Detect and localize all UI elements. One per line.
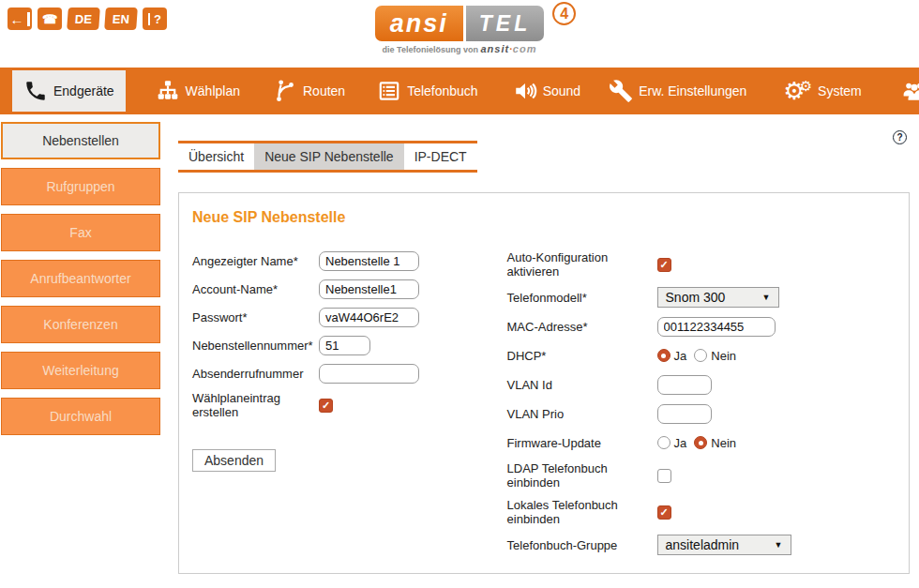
sidebar: Nebenstellen Rufgruppen Fax Anrufbeantwo… <box>1 122 160 444</box>
tab-bar: Übersicht Neue SIP Nebenstelle IP-DECT <box>178 141 477 173</box>
form-right-column: Auto-Konfiguration aktivieren ✓ Telefonm… <box>507 250 896 564</box>
telefonmodell-label: Telefonmodell* <box>507 291 657 305</box>
angezeigter-name-input[interactable] <box>319 251 419 271</box>
passwort-label: Passwort* <box>192 310 319 324</box>
lokales-telefonbuch-checkbox[interactable]: ✓ <box>657 505 671 520</box>
nav-item-system[interactable]: ⚙⚙ System <box>777 68 866 114</box>
autokonfig-label: Auto-Konfiguration aktivieren <box>507 250 657 279</box>
logo-ansi-block: ansi <box>375 6 463 41</box>
form-left-column: Angezeigter Name* Account-Name* Passwort… <box>192 250 507 564</box>
header: ← ☎ DE EN ? ansi TEL 4 die Telefonielösu… <box>0 0 919 68</box>
wrench-icon <box>609 79 633 103</box>
dhcp-radio-ja[interactable] <box>657 349 670 362</box>
page-help-icon[interactable]: ? <box>893 130 907 144</box>
wahlplaneintrag-label: Wählplaneintrag erstellen <box>192 391 319 419</box>
phone-icon <box>23 79 48 103</box>
telefonbuch-gruppe-label: Telefonbuch-Gruppe <box>507 538 657 552</box>
firmware-update-label: Firmware-Update <box>507 436 657 450</box>
nav-item-telefonbuch[interactable]: Telefonbuch <box>371 68 484 114</box>
vlan-id-input[interactable] <box>657 375 712 395</box>
ldap-telefonbuch-label: LDAP Telefonbuch einbinden <box>507 461 657 490</box>
sidebar-item-konferenzen[interactable]: Konferenzen <box>1 306 160 343</box>
dhcp-radio-nein[interactable] <box>694 349 707 362</box>
lokales-telefonbuch-label: Lokales Telefonbuch einbinden <box>507 498 657 526</box>
people-icon <box>902 79 919 103</box>
wahlplaneintrag-checkbox[interactable]: ✓ <box>319 399 333 413</box>
absenderrufnummer-input[interactable] <box>319 364 419 384</box>
tab-neue-sip-nebenstelle[interactable]: Neue SIP Nebenstelle <box>254 143 404 170</box>
logo: ansi TEL 4 die Telefonielösung von ansit… <box>0 6 919 54</box>
telefonmodell-select[interactable]: Snom 300 ▼ <box>657 287 779 308</box>
dhcp-nein-label: Nein <box>711 349 736 363</box>
phonebook-icon <box>377 79 401 103</box>
nav-item-callcenter[interactable]: Callcenter <box>896 68 919 114</box>
ldap-telefonbuch-checkbox[interactable]: ✓ <box>657 469 671 483</box>
firmware-ja-label: Ja <box>674 436 687 450</box>
absenden-button[interactable]: Absenden <box>192 449 276 472</box>
form-panel: Neue SIP Nebenstelle Angezeigter Name* A… <box>178 192 910 574</box>
form-title: Neue SIP Nebenstelle <box>192 209 896 226</box>
autokonfig-checkbox[interactable]: ✓ <box>657 258 671 272</box>
vlan-id-label: VLAN Id <box>507 378 657 392</box>
logo-tagline: die Telefonielösung von ansit·com <box>0 43 919 54</box>
logo-tel-block: TEL <box>466 6 544 41</box>
dhcp-ja-label: Ja <box>674 349 687 363</box>
sidebar-item-weiterleitung[interactable]: Weiterleitung <box>1 352 160 389</box>
nav-item-sound[interactable]: Sound <box>507 68 586 114</box>
speaker-icon <box>513 79 537 103</box>
tab-ip-dect[interactable]: IP-DECT <box>404 143 477 170</box>
nav-item-routen[interactable]: Routen <box>267 68 351 114</box>
nebenstellennummer-label: Nebenstellennummer* <box>192 339 319 353</box>
nav-item-erw-einstellungen[interactable]: Erw. Einstellungen <box>603 68 752 114</box>
firmware-nein-label: Nein <box>711 436 736 450</box>
sidebar-item-anrufbeantworter[interactable]: Anrufbeantworter <box>1 260 160 297</box>
account-name-label: Account-Name* <box>192 282 319 296</box>
vlan-prio-input[interactable] <box>657 404 712 424</box>
tagline-brand: ansit <box>480 43 509 54</box>
sidebar-item-durchwahl[interactable]: Durchwahl <box>1 398 160 435</box>
account-name-input[interactable] <box>319 279 419 299</box>
angezeigter-name-label: Angezeigter Name* <box>192 254 319 268</box>
logo-version-badge: 4 <box>552 2 576 25</box>
tab-uebersicht[interactable]: Übersicht <box>178 143 254 170</box>
chevron-down-icon: ▼ <box>762 293 771 302</box>
absenderrufnummer-label: Absenderrufnummer <box>192 367 319 381</box>
nav-item-endgeraete[interactable]: Endgeräte <box>12 70 126 112</box>
nebenstellennummer-input[interactable] <box>319 336 370 355</box>
sidebar-item-nebenstellen[interactable]: Nebenstellen <box>1 122 160 159</box>
telefonbuch-gruppe-select[interactable]: ansiteladmin ▼ <box>657 535 791 555</box>
vlan-prio-label: VLAN Prio <box>507 407 657 421</box>
dhcp-label: DHCP* <box>507 349 657 363</box>
nav-item-waehlplan[interactable]: Wählplan <box>150 68 246 114</box>
sidebar-item-rufgruppen[interactable]: Rufgruppen <box>1 168 160 205</box>
mac-adresse-label: MAC-Adresse* <box>507 320 657 334</box>
gears-icon: ⚙⚙ <box>783 79 812 103</box>
mac-adresse-input[interactable] <box>657 317 776 337</box>
sitemap-icon <box>156 79 180 103</box>
main-nav: Endgeräte Wählplan Routen Telefonbuch So… <box>0 68 919 114</box>
firmware-radio-nein[interactable] <box>694 436 707 449</box>
firmware-radio-ja[interactable] <box>657 436 670 449</box>
chevron-down-icon: ▼ <box>775 540 783 550</box>
route-icon <box>273 79 297 103</box>
passwort-input[interactable] <box>319 308 419 327</box>
sidebar-item-fax[interactable]: Fax <box>1 214 160 251</box>
